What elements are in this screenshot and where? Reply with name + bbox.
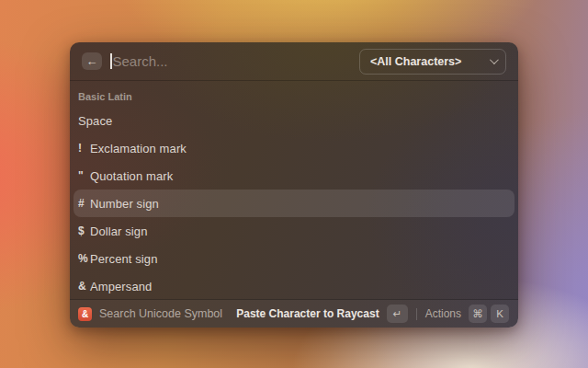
extension-name: Search Unicode Symbol <box>99 307 222 320</box>
character-glyph: % <box>78 252 90 265</box>
character-glyph: " <box>78 169 90 182</box>
back-button[interactable]: ← <box>82 52 102 70</box>
character-name: Quotation mark <box>90 169 173 183</box>
character-name: Percent sign <box>90 252 157 266</box>
character-glyph: ! <box>78 142 90 155</box>
list-item[interactable]: $Dollar sign <box>74 217 514 245</box>
character-glyph: $ <box>78 224 90 237</box>
dropdown-value: <All Characters> <box>370 55 461 68</box>
extension-icon: & <box>78 307 92 321</box>
character-name: Number sign <box>90 197 159 211</box>
return-key-icon: ↵ <box>387 305 408 323</box>
search-bar: ← <All Characters> <box>70 42 518 81</box>
character-name: Exclamation mark <box>90 142 187 155</box>
command-key-icon: ⌘ <box>469 305 487 323</box>
desktop-wallpaper: { "window": { "search": { "placeholder":… <box>0 0 588 368</box>
search-input[interactable] <box>113 53 360 69</box>
character-name: Space <box>78 114 112 128</box>
section-header: Basic Latin <box>74 86 514 107</box>
list-item[interactable]: "Quotation mark <box>74 162 514 190</box>
list-item[interactable]: &Ampersand <box>74 272 514 300</box>
list-item[interactable]: Space <box>74 107 514 134</box>
list-item[interactable]: %Percent sign <box>74 245 514 272</box>
text-cursor <box>110 53 112 69</box>
list-rows: Space!Exclamation mark"Quotation mark#Nu… <box>74 107 514 300</box>
actions-button[interactable]: Actions <box>425 307 461 320</box>
footer-divider <box>416 308 417 320</box>
chevron-down-icon <box>490 55 499 64</box>
character-name: Dollar sign <box>90 224 148 238</box>
k-key-icon: K <box>491 305 509 323</box>
character-glyph: & <box>78 280 90 293</box>
character-list: Basic Latin Space!Exclamation mark"Quota… <box>70 81 518 300</box>
list-item[interactable]: !Exclamation mark <box>74 134 514 162</box>
character-set-dropdown[interactable]: <All Characters> <box>359 49 506 75</box>
list-item[interactable]: #Number sign <box>74 190 514 217</box>
raycast-window: ← <All Characters> Basic Latin Space!Exc… <box>70 42 518 328</box>
character-glyph: # <box>78 197 90 210</box>
footer-bar: & Search Unicode Symbol Paste Character … <box>70 299 518 328</box>
character-name: Ampersand <box>90 280 152 293</box>
primary-action-button[interactable]: Paste Character to Raycast <box>236 307 379 320</box>
